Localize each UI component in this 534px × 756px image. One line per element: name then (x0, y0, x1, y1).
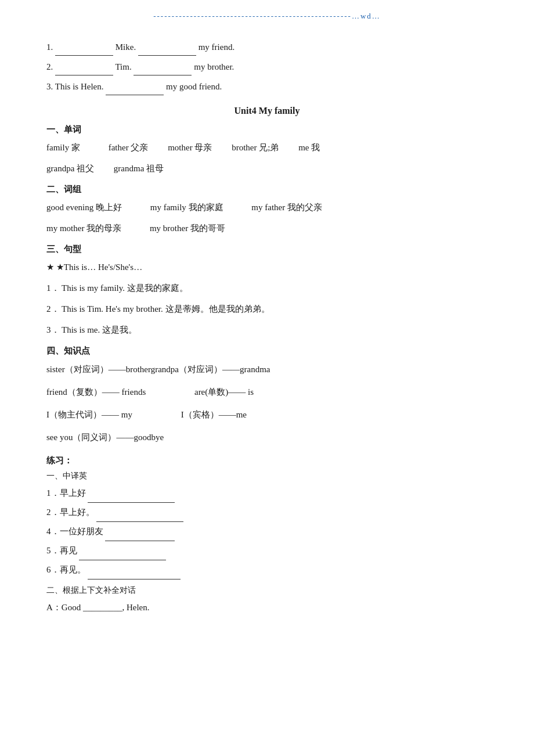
star-icon: ★ (46, 262, 54, 272)
ex-5-blank (79, 550, 166, 560)
know-2a: friend（复数）—— friends (46, 387, 146, 397)
ex-6-num: 6．再见。 (46, 565, 86, 574)
phrase-my-mother: my mother 我的母亲 (46, 224, 147, 233)
exercise-item-4: 4．一位好朋友 (46, 522, 488, 541)
knowledge-row-4: see you（同义词）——goodbye (46, 428, 488, 447)
phrase-good-evening: good evening 晚上好 (46, 203, 148, 212)
blank-1-1 (55, 45, 113, 56)
knowledge-row-1: sister（对应词）——brothergrandpa（对应词）——grandm… (46, 360, 488, 379)
word-father: father 父亲 (109, 143, 166, 152)
phrase-my-brother: my brother 我的哥哥 (150, 224, 225, 233)
ex-2-blank (96, 512, 183, 522)
intro-3-num: 3. This is Helen. (46, 82, 106, 91)
section2-phrases-row2: my mother 我的母亲 my brother 我的哥哥 (46, 219, 488, 237)
word-grandpa: grandpa 祖父 (46, 164, 111, 173)
section1-words-row1: family 家 father 父亲 mother 母亲 brother 兄;弟… (46, 139, 488, 156)
intro-2-mid: Tim. (115, 62, 134, 71)
header-line: ----------------------------------------… (46, 12, 488, 21)
intro-line-3: 3. This is Helen. my good friend. (46, 78, 488, 95)
word-me: me 我 (298, 143, 320, 152)
section1-words-row2: grandpa 祖父 grandma 祖母 (46, 160, 488, 177)
dialogue-a: A：Good _________, Helen. (46, 598, 488, 617)
section3-star: ★ ★This is… He's/She's… (46, 258, 488, 276)
intro-2-end: my brother. (194, 62, 234, 71)
section3-sentence-3: 3． This is me. 这是我。 (46, 321, 488, 339)
sent-3-text: This is me. 这是我。 (62, 325, 137, 334)
ex-6-blank (88, 569, 181, 579)
phrase-my-family: my family 我的家庭 (150, 203, 250, 212)
sub1-label: 一、中译英 (46, 471, 488, 481)
sent-2-text: This is Tim. He's my brother. 这是蒂姆。他是我的弟… (62, 304, 270, 314)
intro-3-end: my good friend. (166, 82, 222, 91)
section1-title: 一、单词 (46, 124, 488, 135)
wd-text: …wd… (352, 12, 381, 20)
ex-1-num: 1．早上好 (46, 488, 86, 498)
exercise-item-6: 6．再见。 (46, 560, 488, 579)
blank-3-1 (106, 85, 164, 95)
section3-sentence-1: 1． This is my family. 这是我的家庭。 (46, 279, 488, 297)
know-1: sister（对应词）——brothergrandpa（对应词）——grandm… (46, 365, 270, 374)
exercise-item-2: 2．早上好。 (46, 503, 488, 522)
intro-line-1: 1. Mike. my friend. (46, 38, 488, 56)
intro-2-num: 2. (46, 62, 53, 71)
knowledge-row-3: I（物主代词）—— my I（宾格）——me (46, 405, 488, 424)
sub2-label: 二、根据上下文补全对话 (46, 585, 488, 596)
intro-1-num: 1. (46, 42, 53, 52)
word-brother: brother 兄;弟 (232, 143, 296, 152)
intro-section: 1. Mike. my friend. 2. Tim. my brother. … (46, 38, 488, 95)
know-3b: I（宾格）——me (181, 410, 247, 419)
intro-1-end: my friend. (199, 42, 234, 52)
blank-2-2 (134, 65, 192, 75)
intro-1-mid: Mike. (116, 42, 138, 52)
ex-4-blank (105, 531, 175, 541)
section2-title: 二、词组 (46, 184, 488, 195)
intro-line-2: 2. Tim. my brother. (46, 58, 488, 75)
word-family: family 家 (46, 143, 106, 152)
ex-5-num: 5．再见 (46, 546, 77, 555)
know-4: see you（同义词）——goodbye (46, 433, 164, 442)
sent-3-num: 3． (46, 325, 60, 334)
unit-title: Unit4 My family (46, 106, 488, 116)
knowledge-row-2: friend（复数）—— friends are(单数)—— is (46, 383, 488, 402)
sent-1-text: This is my family. 这是我的家庭。 (62, 283, 188, 293)
know-2b: are(单数)—— is (194, 387, 254, 397)
word-grandma: grandma 祖母 (114, 164, 164, 173)
phrase-my-father: my father 我的父亲 (251, 203, 322, 212)
section3-sentence-2: 2． This is Tim. He's my brother. 这是蒂姆。他是… (46, 300, 488, 318)
know-3a: I（物主代词）—— my (46, 410, 132, 419)
exercise-item-5: 5．再见 (46, 541, 488, 560)
sent-2-num: 2． (46, 304, 60, 314)
sent-1-num: 1． (46, 283, 60, 293)
ex-1-blank (88, 492, 175, 503)
section4-title: 四、知识点 (46, 345, 488, 357)
dialogue-a-text: A：Good _________, Helen. (46, 603, 149, 612)
exercises-title: 练习： (46, 455, 488, 466)
word-mother: mother 母亲 (168, 143, 229, 152)
section2-phrases-row1: good evening 晚上好 my family 我的家庭 my fathe… (46, 199, 488, 216)
section3-title: 三、句型 (46, 244, 488, 255)
star-pattern: ★This is… He's/She's… (56, 262, 142, 272)
ex-2-num: 2．早上好。 (46, 507, 95, 517)
exercise-item-1: 1．早上好 (46, 484, 488, 503)
ex-4-num: 4．一位好朋友 (46, 527, 103, 536)
blank-1-2 (138, 45, 196, 56)
blank-2-1 (55, 65, 113, 75)
dashes-left: ----------------------------------------… (153, 12, 352, 20)
